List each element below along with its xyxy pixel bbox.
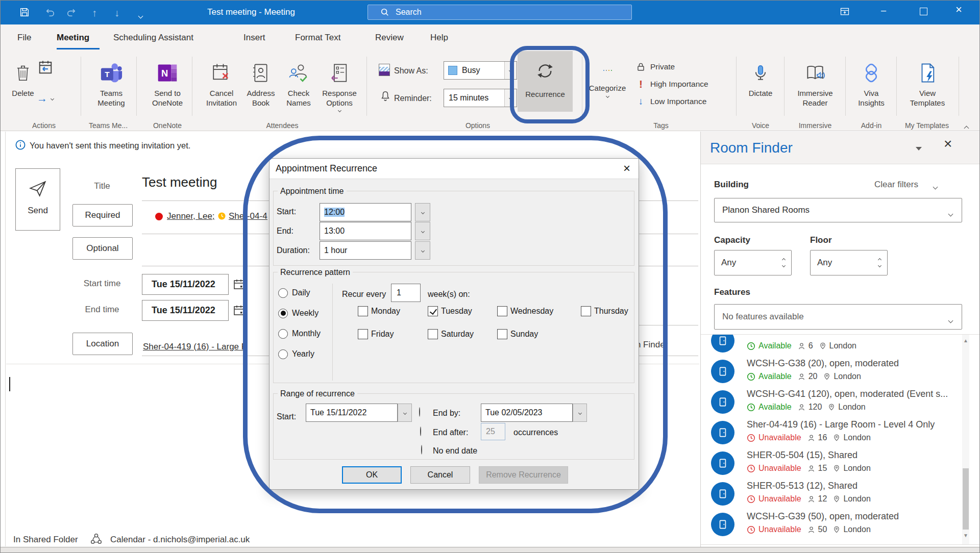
checkbox[interactable] <box>581 306 591 316</box>
end-after-label[interactable]: End after: <box>433 428 468 437</box>
pattern-option[interactable]: Yearly <box>278 349 321 359</box>
capacity-spinner[interactable]: Any <box>714 250 792 275</box>
end-after-radio[interactable] <box>420 426 421 436</box>
optional-button[interactable]: Optional <box>72 237 133 260</box>
end-by-radio[interactable] <box>419 407 420 417</box>
tab-help[interactable]: Help <box>430 33 448 43</box>
dialog-titlebar[interactable]: Appointment Recurrence × <box>270 159 639 179</box>
viva-insights-button[interactable]: Viva Insights <box>846 58 896 108</box>
radio-button[interactable] <box>278 349 288 359</box>
checkbox[interactable] <box>497 329 507 339</box>
checkbox[interactable] <box>358 329 368 339</box>
tab-scheduling-assistant[interactable]: Scheduling Assistant <box>113 33 193 43</box>
tab-review[interactable]: Review <box>375 33 404 43</box>
end-date-field[interactable]: Tue 15/11/2022 <box>142 300 229 321</box>
day-label[interactable]: Monday <box>371 307 400 316</box>
save-icon[interactable] <box>19 7 30 18</box>
undo-icon[interactable] <box>44 7 56 18</box>
dropdown-button[interactable] <box>415 222 430 240</box>
search-input[interactable]: Search <box>368 5 632 20</box>
room-list-item[interactable]: Available 6 London <box>706 335 958 357</box>
room-list-item[interactable]: WCSH-G-G39 (50), open, moderated Unavail… <box>706 510 958 540</box>
teams-meeting-button[interactable]: T Teams Meeting <box>86 58 137 108</box>
day-option[interactable]: Tuesday <box>428 306 497 317</box>
radio-button[interactable] <box>278 309 288 318</box>
scrollbar-thumb[interactable] <box>963 468 969 530</box>
no-end-date-label[interactable]: No end date <box>433 446 477 456</box>
day-option[interactable]: Saturday <box>428 329 497 340</box>
panel-close-icon[interactable]: × <box>944 136 952 152</box>
private-button[interactable]: Private <box>636 61 675 73</box>
low-importance-button[interactable]: ↓ Low Importance <box>636 95 706 108</box>
high-importance-button[interactable]: ! High Importance <box>636 78 708 90</box>
day-option[interactable]: Thursday <box>581 306 633 317</box>
room-list-item[interactable]: SHER-05-504 (15), Shared Unavailable 15 <box>706 448 958 479</box>
pattern-option-label[interactable]: Yearly <box>292 349 314 359</box>
tab-format-text[interactable]: Format Text <box>295 33 340 43</box>
required-button[interactable]: Required <box>72 204 133 227</box>
dropdown-button[interactable] <box>504 89 517 107</box>
day-option[interactable]: Sunday <box>497 329 581 340</box>
location-link[interactable]: Sher-04-419 (16) - Large R <box>143 342 243 353</box>
location-button[interactable]: Location <box>72 333 133 355</box>
end-time-combo[interactable]: 13:00 <box>320 222 411 240</box>
scroll-down-icon[interactable]: ▼ <box>963 533 968 538</box>
view-templates-button[interactable]: View Templates <box>897 58 958 108</box>
check-names-button[interactable]: Check Names <box>281 58 316 108</box>
pattern-option-label[interactable]: Daily <box>292 288 310 297</box>
maximize-button[interactable] <box>920 8 927 15</box>
no-end-date-radio[interactable] <box>421 445 422 455</box>
dropdown-button[interactable] <box>398 404 412 422</box>
checkbox[interactable] <box>428 306 438 316</box>
duration-combo[interactable]: 1 hour <box>320 241 411 260</box>
day-label[interactable]: Sunday <box>510 330 538 339</box>
room-list-item[interactable]: WCSH-G-G38 (20), open, moderated Availab… <box>706 357 958 387</box>
floor-spinner[interactable]: Any <box>810 250 888 275</box>
response-options-button[interactable]: Response Options <box>317 58 361 112</box>
checkbox[interactable] <box>497 306 507 316</box>
cancel-button[interactable]: Cancel <box>410 466 470 484</box>
panel-dropdown-icon[interactable] <box>916 147 922 150</box>
attendee-link[interactable]: Sher-04-419 <box>229 211 267 222</box>
send-button[interactable]: Send <box>15 168 60 231</box>
calendar-receive-button[interactable] <box>38 60 53 75</box>
tab-meeting[interactable]: Meeting <box>57 33 89 43</box>
interval-input[interactable]: 1 <box>391 284 421 302</box>
remove-recurrence-button[interactable]: Remove Recurrence <box>479 466 568 484</box>
dictate-button[interactable]: Dictate <box>737 58 784 98</box>
pattern-option-label[interactable]: Weekly <box>292 309 318 318</box>
address-book-button[interactable]: Address Book <box>242 58 280 108</box>
dropdown-button[interactable] <box>573 404 587 422</box>
radio-button[interactable] <box>278 329 288 339</box>
day-label[interactable]: Friday <box>371 330 394 339</box>
start-time-combo[interactable]: 12:00 <box>320 203 411 221</box>
day-label[interactable]: Saturday <box>441 330 474 339</box>
ribbon-display-options-icon[interactable] <box>840 7 850 17</box>
occurrences-input[interactable]: 25 <box>481 423 505 440</box>
close-button[interactable]: × <box>955 5 962 15</box>
attendee-link[interactable]: Jenner, Lee; <box>167 211 215 221</box>
scroll-up-icon[interactable]: ▲ <box>963 338 968 343</box>
reminder-combo[interactable]: 15 minutes <box>444 89 517 107</box>
pattern-option[interactable]: Daily <box>278 288 321 298</box>
pattern-option[interactable]: Weekly <box>278 308 321 318</box>
room-list-item[interactable]: WCSH-G-G41 (120), open, moderated (Event… <box>706 387 958 418</box>
scrollbar-track[interactable]: ▲ ▼ <box>962 335 969 544</box>
pattern-option-label[interactable]: Monthly <box>292 329 321 338</box>
redo-icon[interactable] <box>66 7 78 18</box>
end-by-combo[interactable]: Tue 02/05/2023 <box>481 404 573 422</box>
room-list-item[interactable]: Sher-04-419 (16) - Large Room - Level 4 … <box>706 418 958 448</box>
room-list-item[interactable]: SHER-05-513 (12), Shared Unavailable 12 <box>706 479 958 510</box>
clear-filters-link[interactable]: Clear filters <box>874 180 918 190</box>
day-label[interactable]: Thursday <box>594 307 628 316</box>
day-label[interactable]: Tuesday <box>441 307 472 316</box>
immersive-reader-button[interactable]: Immersive Reader <box>785 58 845 108</box>
dialog-close-icon[interactable]: × <box>623 161 630 175</box>
day-label[interactable]: Wednesday <box>510 307 553 316</box>
minimize-button[interactable]: – <box>881 5 886 15</box>
move-down-icon[interactable]: ↓ <box>114 7 119 19</box>
chevron-down-icon[interactable] <box>934 182 937 191</box>
checkbox[interactable] <box>358 306 368 316</box>
tab-file[interactable]: File <box>17 33 31 43</box>
building-select[interactable]: Planon Shared Rooms <box>714 198 962 222</box>
